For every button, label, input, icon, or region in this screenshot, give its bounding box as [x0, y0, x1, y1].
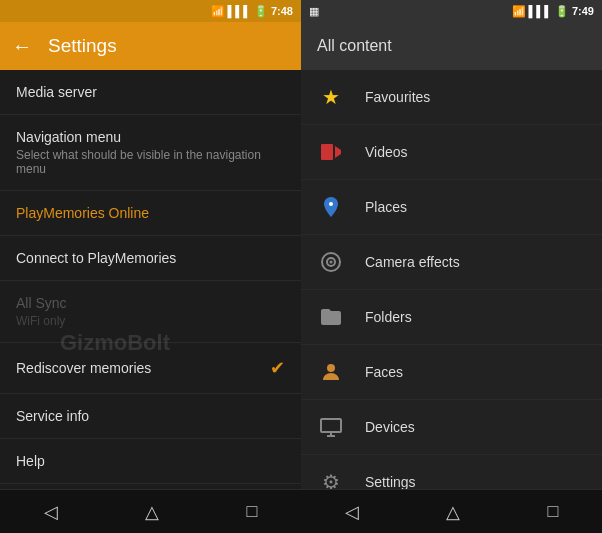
all-sync-subtitle: WiFi only — [16, 314, 285, 328]
folder-icon — [317, 303, 345, 331]
status-bar-left: 📶 ▌▌▌ 🔋 7:48 — [0, 0, 301, 22]
camera-effects-icon — [317, 248, 345, 276]
svg-rect-8 — [321, 419, 341, 432]
nav-bar-right: ◁ △ □ — [301, 489, 602, 533]
svg-rect-0 — [321, 144, 333, 160]
settings-item-media-server[interactable]: Media server — [0, 70, 301, 115]
settings-item-rediscover[interactable]: Rediscover memories ✔ — [0, 343, 301, 394]
time-left: 7:48 — [271, 5, 293, 17]
svg-point-6 — [330, 261, 333, 264]
service-info-title: Service info — [16, 408, 285, 424]
settings-item-connect[interactable]: Connect to PlayMemories — [0, 236, 301, 281]
connect-title: Connect to PlayMemories — [16, 250, 285, 266]
album-icon: ▦ — [309, 5, 319, 18]
nav-menu-subtitle: Select what should be visible in the nav… — [16, 148, 285, 176]
nav-home-left[interactable]: △ — [145, 501, 159, 523]
settings-item-navigation-menu[interactable]: Navigation menu Select what should be vi… — [0, 115, 301, 191]
settings-item-playmemories-link[interactable]: PlayMemories Online — [0, 191, 301, 236]
nav-recents-left[interactable]: □ — [246, 501, 257, 522]
settings-list: Media server Navigation menu Select what… — [0, 70, 301, 489]
video-icon — [317, 138, 345, 166]
page-title-right: All content — [317, 37, 392, 55]
videos-label: Videos — [365, 144, 408, 160]
menu-item-videos[interactable]: Videos — [301, 125, 602, 180]
menu-list: ★ Favourites Videos Places Camera effect… — [301, 70, 602, 489]
rediscover-checkbox[interactable]: ✔ — [270, 357, 285, 379]
settings-item-help[interactable]: Help — [0, 439, 301, 484]
back-button[interactable]: ← — [12, 35, 32, 58]
help-title: Help — [16, 453, 285, 469]
menu-item-faces[interactable]: Faces — [301, 345, 602, 400]
battery-icon-right: 🔋 — [555, 5, 569, 18]
media-server-title: Media server — [16, 84, 285, 100]
top-bar-right: All content — [301, 22, 602, 70]
menu-item-favourites[interactable]: ★ Favourites — [301, 70, 602, 125]
settings-item-service-info[interactable]: Service info — [0, 394, 301, 439]
signal-icon-right: ▌▌▌ — [529, 5, 552, 17]
nav-menu-title: Navigation menu — [16, 129, 285, 145]
settings-icon: ⚙ — [317, 468, 345, 489]
menu-item-camera-effects[interactable]: Camera effects — [301, 235, 602, 290]
settings-item-all-sync: All Sync WiFi only — [0, 281, 301, 343]
svg-point-3 — [329, 202, 333, 206]
battery-icon: 🔋 — [254, 5, 268, 18]
menu-item-places[interactable]: Places — [301, 180, 602, 235]
top-bar-left: ← Settings — [0, 22, 301, 70]
devices-icon — [317, 413, 345, 441]
wifi-icon: 📶 — [211, 5, 225, 18]
faces-icon — [317, 358, 345, 386]
status-icons-right: 📶 ▌▌▌ 🔋 7:49 — [512, 5, 594, 18]
left-panel: 📶 ▌▌▌ 🔋 7:48 ← Settings Media server Nav… — [0, 0, 301, 533]
right-panel: ▦ 📶 ▌▌▌ 🔋 7:49 All content ★ Favourites … — [301, 0, 602, 533]
nav-bar-left: ◁ △ □ — [0, 489, 301, 533]
favourites-label: Favourites — [365, 89, 430, 105]
camera-effects-label: Camera effects — [365, 254, 460, 270]
status-bar-right: ▦ 📶 ▌▌▌ 🔋 7:49 — [301, 0, 602, 22]
time-right: 7:49 — [572, 5, 594, 17]
nav-back-right[interactable]: ◁ — [345, 501, 359, 523]
place-icon — [317, 193, 345, 221]
signal-icon: ▌▌▌ — [228, 5, 251, 17]
page-title-left: Settings — [48, 35, 117, 57]
svg-point-7 — [327, 364, 335, 372]
faces-label: Faces — [365, 364, 403, 380]
devices-label: Devices — [365, 419, 415, 435]
menu-item-devices[interactable]: Devices — [301, 400, 602, 455]
about-section-label: About — [0, 484, 301, 489]
nav-home-right[interactable]: △ — [446, 501, 460, 523]
nav-recents-right[interactable]: □ — [547, 501, 558, 522]
status-icons-left: 📶 ▌▌▌ 🔋 7:48 — [211, 5, 293, 18]
status-left-icons: ▦ — [309, 5, 319, 18]
settings-label: Settings — [365, 474, 416, 489]
all-sync-title: All Sync — [16, 295, 285, 311]
svg-marker-1 — [335, 146, 341, 158]
folders-label: Folders — [365, 309, 412, 325]
menu-item-folders[interactable]: Folders — [301, 290, 602, 345]
wifi-icon-right: 📶 — [512, 5, 526, 18]
star-icon: ★ — [317, 83, 345, 111]
places-label: Places — [365, 199, 407, 215]
menu-item-settings[interactable]: ⚙ Settings — [301, 455, 602, 489]
nav-back-left[interactable]: ◁ — [44, 501, 58, 523]
playmemories-link-title: PlayMemories Online — [16, 205, 285, 221]
rediscover-title: Rediscover memories — [16, 360, 151, 376]
